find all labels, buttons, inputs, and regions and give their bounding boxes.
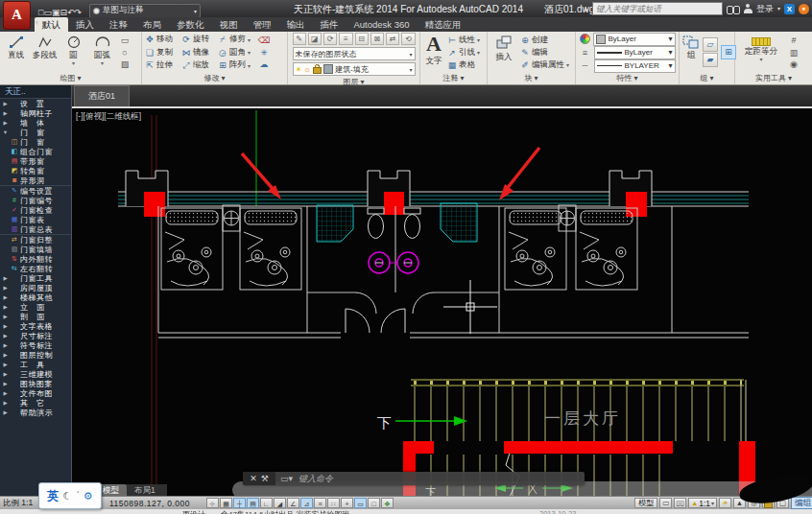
layer-tool-icon[interactable]: ⊠ <box>370 33 384 45</box>
status-toggle[interactable]: ▤ <box>247 498 259 508</box>
chevron-down-icon[interactable]: ▾ <box>777 3 780 15</box>
bulb-icon[interactable]: ☀ <box>296 65 302 74</box>
utility-tool-icon[interactable]: # <box>787 35 800 46</box>
panel-label[interactable]: 特性 ▾ <box>576 73 679 84</box>
drawing-canvas[interactable]: 酒店01 [-][俯视][二维线框] <box>72 85 812 496</box>
modify-button[interactable]: ◶圆角▾ <box>218 46 254 59</box>
sidebar-item[interactable]: ▶ 其 它 <box>0 398 71 408</box>
panel-label[interactable]: 修改 ▾ <box>142 73 287 84</box>
ime-toolbar[interactable]: 英 ☾ ˊ ⚙ <box>38 482 102 509</box>
sidebar-item[interactable]: ⇄ 门窗归整 <box>0 234 71 245</box>
draw-tool-icon[interactable]: ○ <box>118 47 131 58</box>
ribbon-tab[interactable]: 默认 <box>35 17 68 32</box>
layer-tool-icon[interactable]: ◪ <box>308 33 322 45</box>
block-button[interactable]: ⊕创建 <box>520 35 569 46</box>
ribbon-tab[interactable]: 管理 <box>246 17 279 32</box>
annotation-visibility-icon[interactable]: ☀ <box>719 498 731 508</box>
help-icon[interactable]: ✶ <box>799 4 809 14</box>
layout-tab[interactable]: 布局1 <box>127 484 163 496</box>
ribbon-tab[interactable]: 精选应用 <box>418 17 469 32</box>
viewport-controls[interactable]: [-][俯视][二维线框] <box>76 111 141 123</box>
sidebar-item[interactable]: ◫ 门 窗 <box>0 137 71 147</box>
insert-button[interactable]: 插入 <box>490 33 517 72</box>
layer-tool-icon[interactable]: ⟳ <box>323 33 337 45</box>
sidebar-header[interactable]: 天正.. <box>0 85 71 99</box>
modify-button[interactable]: ❏复制 <box>145 46 181 59</box>
modify-button[interactable]: ⊞阵列▾ <box>218 58 254 72</box>
status-toggle[interactable]: □ <box>368 498 380 508</box>
signin-link[interactable]: 登录 <box>756 3 774 15</box>
sidebar-item[interactable]: ▶ 门窗工具 <box>0 273 71 283</box>
sidebar-item[interactable]: ▶ 图层控制 <box>0 350 71 360</box>
ribbon-tab[interactable]: 插入 <box>68 17 102 32</box>
sidebar-item[interactable]: ▶ 帮助演示 <box>0 408 71 417</box>
ribbon-tab[interactable]: 输出 <box>279 17 313 32</box>
sidebar-item[interactable]: ▶ 轴网柱子 <box>0 108 71 118</box>
wrench-icon[interactable]: ⚒ <box>261 474 269 483</box>
measure-button[interactable]: 定距等分▾ <box>738 33 784 72</box>
sidebar-item[interactable]: ▶ 符号标注 <box>0 340 71 350</box>
sidebar-item[interactable]: # 门窗编号 <box>0 196 71 205</box>
status-toggle[interactable]: ⊿ <box>300 498 313 508</box>
sidebar-item[interactable]: ▶ 工 具 <box>0 360 71 369</box>
utility-tool-icon[interactable]: ◉ <box>787 58 800 70</box>
command-history-icon[interactable]: ▭▾ <box>280 474 293 483</box>
ribbon-tab[interactable]: 插件 <box>313 17 346 32</box>
command-input[interactable]: 键入命令 <box>299 473 333 485</box>
block-button[interactable]: ✐编辑属性▾ <box>520 59 569 71</box>
modify-tool-icon[interactable]: ✳ <box>257 47 271 58</box>
line-button[interactable]: 直线 <box>3 33 29 72</box>
modify-button[interactable]: ⌿修剪▾ <box>218 33 254 46</box>
linetype-dropdown[interactable]: BYLAYER▾ <box>594 59 676 73</box>
app-menu-button[interactable]: A▾ <box>3 1 31 30</box>
ime-moon-icon[interactable]: ☾ <box>62 490 72 502</box>
draw-tool-icon[interactable]: ▨ <box>118 58 131 70</box>
sidebar-item[interactable]: ▧ 门窗填墙 <box>0 245 71 254</box>
layer-tool-icon[interactable]: ⟲ <box>401 33 415 45</box>
ribbon-tab[interactable]: Autodesk 360 <box>346 17 418 32</box>
annotate-button[interactable]: ▦表格 <box>447 59 480 71</box>
text-button[interactable]: A 文字 <box>423 33 444 72</box>
sidebar-item[interactable]: ▥ 门窗总表 <box>0 224 71 234</box>
panel-label[interactable]: 块 ▾ <box>488 73 575 84</box>
qat-icon[interactable]: ↷ <box>75 8 83 17</box>
status-toggle[interactable]: ⊹ <box>206 498 219 508</box>
status-toggle[interactable]: ┼ <box>233 498 246 508</box>
close-icon[interactable]: ✕ <box>250 474 257 483</box>
ribbon-tab[interactable]: 布局 <box>135 17 169 32</box>
circle-button[interactable]: 圆▾ <box>60 33 86 72</box>
group-toggle-icon[interactable]: ⊞ <box>721 45 736 59</box>
sidebar-item[interactable]: ▶ 设 置 <box>0 99 71 108</box>
panel-label[interactable]: 实用工具 ▾ <box>735 73 812 84</box>
qat-icon[interactable]: ↶ <box>67 8 75 17</box>
utility-tool-icon[interactable]: ▥ <box>787 47 800 58</box>
object-color-dropdown[interactable]: ByLayer▾ <box>593 33 676 46</box>
group-button[interactable]: 组 <box>682 33 700 72</box>
group-tool-icon[interactable]: ▱ <box>703 37 718 52</box>
sidebar-item[interactable]: ▤ 带形窗 <box>0 156 71 166</box>
sidebar-item[interactable]: ⇆ 左右翻转 <box>0 264 71 273</box>
draw-tool-icon[interactable]: ▭ <box>118 35 131 46</box>
lock-icon[interactable] <box>313 67 322 74</box>
panel-label[interactable]: 注释 ▾ <box>420 73 487 84</box>
modify-tool-icon[interactable]: ⌫ <box>257 35 271 46</box>
search-input[interactable]: 键入关键字或短语 <box>592 2 723 15</box>
sidebar-item[interactable]: ▼ 门 窗 <box>0 128 71 137</box>
status-toggle[interactable]: + <box>341 498 353 508</box>
sidebar-item[interactable]: ▶ 文件布图 <box>0 388 71 398</box>
sidebar-item[interactable]: ✎ 编号设置 <box>0 185 71 196</box>
layer-tool-icon[interactable]: ✎ <box>293 33 306 45</box>
layout-icon[interactable]: ▭ <box>659 498 672 508</box>
status-toggle[interactable]: ▦ <box>220 498 232 508</box>
sidebar-item[interactable]: ▶ 墙 体 <box>0 118 71 128</box>
layer-tool-icon[interactable]: ≡ <box>339 33 352 45</box>
sidebar-item[interactable]: ◙ 异形洞 <box>0 175 71 185</box>
polyline-button[interactable]: 多段线 <box>32 33 58 72</box>
annotate-button[interactable]: ⊢线性▾ <box>447 35 480 46</box>
sun-icon[interactable]: ☼ <box>304 65 311 74</box>
sidebar-item[interactable]: ▶ 尺寸标注 <box>0 331 71 340</box>
search-binoculars-icon[interactable] <box>727 5 740 13</box>
sidebar-item[interactable]: ◧ 组合门窗 <box>0 147 71 156</box>
ribbon-tab[interactable]: 参数化 <box>169 17 212 32</box>
layer-tool-icon[interactable]: ⊟ <box>355 33 369 45</box>
